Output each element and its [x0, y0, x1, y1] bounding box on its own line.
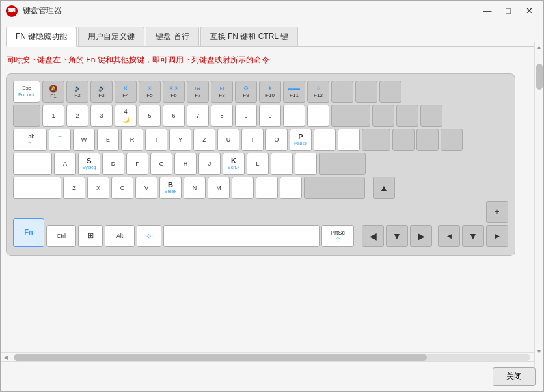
tab-fn-hidden[interactable]: FN 键隐藏功能	[6, 27, 77, 47]
key-ins	[372, 105, 394, 127]
key-tilde	[13, 105, 40, 127]
keyboard-container: Esc FnLock 🔕 F1 🔉 F2 🔊	[6, 73, 538, 347]
key-8: 8	[211, 105, 233, 127]
key-space	[163, 225, 320, 247]
key-f9: ⚙ F9	[235, 81, 257, 103]
tab-custom-keys[interactable]: 用户自定义键	[78, 27, 144, 46]
key-0: 0	[259, 105, 281, 127]
key-equals	[307, 105, 329, 127]
key-c: C	[111, 177, 133, 199]
key-enter-top	[362, 129, 390, 151]
key-backlight: ⊹	[137, 225, 161, 247]
key-pgdn	[441, 129, 463, 151]
key-num-plus-top: +	[486, 201, 508, 223]
key-v: V	[135, 177, 157, 199]
tab-keyboard-home[interactable]: 键盘 首行	[146, 27, 198, 46]
key-h: H	[174, 153, 197, 175]
key-enter	[319, 153, 366, 175]
key-f12: ☆ F12	[307, 81, 329, 103]
minimize-button[interactable]: —	[478, 5, 496, 18]
key-f6: ☀☀ F6	[163, 81, 185, 103]
key-prtsc: PrtSc ⬡	[321, 225, 354, 247]
key-fn: Fn	[13, 218, 44, 247]
key-tab: Tab →	[13, 129, 47, 151]
qwerty-key-row: Tab → ⌒ W E R T Y Z U I O	[13, 129, 508, 151]
key-u: U	[217, 129, 239, 151]
keyboard-layout: Esc FnLock 🔕 F1 🔉 F2 🔊	[6, 73, 515, 256]
scrollbar-bottom[interactable]: ◀ ▶	[1, 352, 543, 361]
close-window-button[interactable]: ✕	[520, 5, 538, 18]
key-o: O	[265, 129, 288, 151]
bottom-key-row: Fn Ctrl ⊞ Alt ⊹	[13, 201, 508, 247]
window-title: 键盘管理器	[23, 5, 478, 16]
key-ctrl-l: Ctrl	[46, 225, 76, 247]
key-f2: 🔉 F2	[66, 81, 88, 103]
key-f10: ✦ F10	[259, 81, 281, 103]
key-alt: Alt	[105, 225, 135, 247]
key-comma	[232, 177, 254, 199]
key-k: K ScrLk	[223, 153, 245, 175]
key-num-left: ◀	[438, 225, 460, 247]
key-f5: ☀ F5	[139, 81, 161, 103]
key-m: M	[208, 177, 230, 199]
key-end	[416, 129, 439, 151]
key-f11: ▬▬ F11	[283, 81, 305, 103]
key-2: 2	[66, 105, 88, 127]
key-zz: Z	[63, 177, 85, 199]
key-y: Y	[169, 129, 191, 151]
key-esc-fnlock: Esc FnLock	[13, 81, 40, 103]
close-button[interactable]: 关闭	[493, 367, 536, 386]
key-s: S SysRq	[78, 153, 100, 175]
function-key-row: Esc FnLock 🔕 F1 🔉 F2 🔊	[13, 81, 508, 103]
key-minus	[283, 105, 305, 127]
key-del	[392, 129, 415, 151]
key-shift-l	[13, 177, 61, 199]
key-x: X	[87, 177, 109, 199]
key-caps	[13, 153, 52, 175]
title-bar: ⌨ 键盘管理器 — □ ✕	[1, 1, 543, 21]
tab-swap-fn-ctrl[interactable]: 互换 FN 键和 CTRL 键	[200, 27, 298, 46]
content-area: FN 键隐藏功能 用户自定义键 键盘 首行 互换 FN 键和 CTRL 键 同时…	[1, 21, 543, 352]
key-t: T	[145, 129, 167, 151]
window-controls: — □ ✕	[478, 5, 538, 18]
key-shift-r	[304, 177, 365, 199]
key-6: 6	[163, 105, 185, 127]
bottom-bar: 关闭	[1, 361, 543, 391]
key-slash	[280, 177, 302, 199]
key-z: Z	[193, 129, 215, 151]
key-n: N	[184, 177, 206, 199]
key-i: I	[241, 129, 264, 151]
key-f7: ⏮ F7	[187, 81, 209, 103]
key-win: ⊞	[78, 225, 103, 247]
zxcv-key-row: Z X C V B Break N M	[13, 177, 508, 199]
key-3: 3	[90, 105, 113, 127]
key-del-grey1	[331, 81, 353, 103]
key-9: 9	[235, 105, 257, 127]
key-g: G	[150, 153, 172, 175]
key-f: F	[126, 153, 148, 175]
asdf-key-row: A S SysRq D F G H J K ScrLk	[13, 153, 508, 175]
key-1: 1	[42, 105, 64, 127]
key-bracket-l	[314, 129, 336, 151]
key-num-down2: ▼	[462, 225, 484, 247]
scrollbar-thumb[interactable]	[536, 64, 543, 90]
key-f8: ⏯ F8	[211, 81, 233, 103]
scrollbar-right[interactable]: ▲ ▼	[534, 42, 543, 368]
app-icon: ⌨	[6, 5, 18, 17]
tab-bar: FN 键隐藏功能 用户自定义键 键盘 首行 互换 FN 键和 CTRL 键	[6, 27, 538, 47]
key-semicolon	[271, 153, 293, 175]
number-key-row: 1 2 3 4 🌙 5 6 7 8 9 0	[13, 105, 508, 127]
key-num-right: ▶	[486, 225, 508, 247]
key-period	[256, 177, 278, 199]
numpad-cluster: + ◀ ▼ ▶	[438, 201, 508, 247]
key-bracket-r	[338, 129, 360, 151]
key-j: J	[198, 153, 221, 175]
key-b: B Break	[159, 177, 182, 199]
key-7: 7	[187, 105, 209, 127]
maximize-button[interactable]: □	[499, 5, 517, 18]
key-4: 4 🌙	[115, 105, 137, 127]
key-pgup	[420, 105, 442, 127]
key-arrow-down: ▼	[386, 225, 408, 247]
key-a: A	[54, 153, 76, 175]
key-del-grey2	[355, 81, 377, 103]
